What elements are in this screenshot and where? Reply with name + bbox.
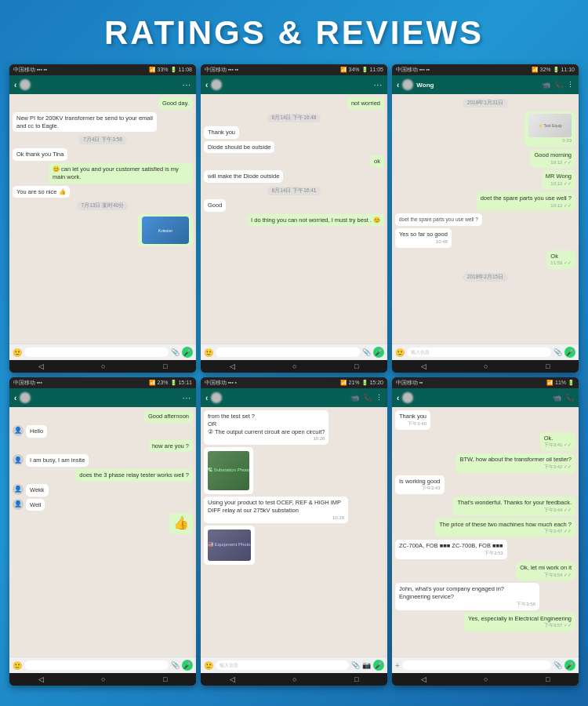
video-call-icon-6[interactable]: 📹 [553,394,561,402]
mic-btn-5[interactable]: 🎤 [373,660,384,671]
attach-icon-6[interactable]: 📎 [554,661,562,669]
back-arrow-4[interactable]: ‹ [14,394,16,402]
input-field-5[interactable]: 输入信息 [216,661,349,670]
nav-recent-4[interactable]: □ [163,675,167,683]
input-field-1[interactable] [24,348,169,357]
nav-back-3[interactable]: ◁ [421,362,426,370]
mic-btn-3[interactable]: 🎤 [564,347,575,358]
msg-2-1: not worried [347,97,384,110]
status-right-3: 📶 32% 🔋 11:10 [532,67,575,73]
attach-icon-5[interactable]: 📎 [351,661,360,669]
emoji-icon-5[interactable]: 🙂 [204,661,213,670]
screen-6: 中国移动 ▪▪ 📶 11% 🔋 ‹ ​ 📹 📞 Thank you 下午3:40… [392,377,579,686]
attach-icon-3[interactable]: 📎 [554,348,562,356]
screen-3: 中国移动 ▪▪▪ ▪▪ 📶 32% 🔋 11:10 ‹ Wong 📹 📞 ⋮ 2… [392,64,579,373]
date-2-2: 8月14日 下午16:41 [267,187,321,195]
nav-home-3[interactable]: ○ [484,362,488,370]
nav-back-6[interactable]: ◁ [421,675,426,683]
call-icon-5[interactable]: 📞 [363,394,372,402]
input-field-6[interactable] [402,661,551,670]
msg-4-4: I am busy, I am insite [26,454,89,467]
msg-2-2: Thank you [204,126,239,139]
menu-dots-3[interactable]: ⋮ [567,81,574,89]
avatar-1 [20,79,31,90]
chat-icons-6: 📹 📞 [553,394,574,402]
status-bar-6: 中国移动 ▪▪ 📶 11% 🔋 [392,377,579,388]
nav-home-2[interactable]: ○ [292,362,296,370]
emoji-icon-2[interactable]: 🙂 [204,348,213,357]
back-arrow-2[interactable]: ‹ [205,81,208,89]
nav-recent-3[interactable]: □ [546,362,550,370]
video-call-icon-5[interactable]: 📹 [350,394,359,402]
person-icon-4-2: 👤 [13,454,24,465]
attach-icon-1[interactable]: 📎 [171,348,180,356]
msg-5-2: Using your product to test OCEF, REF & H… [204,497,348,523]
attach-icon-4[interactable]: 📎 [171,661,180,669]
status-right-4: 📶 23% 🔋 15:11 [149,380,192,386]
chat-body-3: 2018年1月31日 ⚡ Test Equip 0:33 Good mornin… [392,94,579,344]
msg-3-5: Yes so far so good 10:48 [395,228,452,248]
screenshots-grid: 中国移动 ▪▪▪ ▪▪ 📶 33% 🔋 11:08 ‹ ​ ··· Good d… [0,60,588,695]
back-arrow-3[interactable]: ‹ [397,81,399,89]
nav-back-2[interactable]: ◁ [230,362,235,370]
chat-body-4: Good afternoon 👤 Hello how are you ? 👤 I… [9,407,196,657]
avatar-6 [402,392,413,403]
mic-btn-4[interactable]: 🎤 [182,660,193,671]
emoji-icon-4[interactable]: 🙂 [13,661,22,670]
msg-2-4: ok [370,155,384,168]
plus-icon-6[interactable]: + [395,661,400,670]
emoji-icon-3[interactable]: 🙂 [395,348,405,357]
nav-recent-1[interactable]: □ [163,362,167,370]
msg-3-1: Good morning 10:12 ✓✓ [530,149,575,169]
call-icon-6[interactable]: 📞 [565,394,574,402]
input-field-2[interactable] [216,348,360,357]
mic-btn-2[interactable]: 🎤 [373,347,384,358]
nav-home-4[interactable]: ○ [101,675,105,683]
input-field-3[interactable]: 输入信息 [407,348,551,357]
nav-back-1[interactable]: ◁ [38,362,44,370]
msg-2-7: I do thing you can not worried, I must t… [247,214,384,227]
menu-dots-4[interactable]: ··· [183,394,191,402]
screen-4: 中国移动 ▪▪▪ 📶 23% 🔋 15:11 ‹ ​ ··· Good afte… [9,377,196,686]
msg-6-7: ZC-700A, FOB ■■■ ZC-700B, FOB ■■■ 下午3:53 [395,540,507,559]
back-arrow-6[interactable]: ‹ [397,394,399,402]
nav-recent-5[interactable]: □ [354,675,358,683]
date-2-1: 8月14日 下午16:48 [267,114,321,122]
nav-back-4[interactable]: ◁ [38,675,44,683]
nav-home-5[interactable]: ○ [292,675,296,683]
carrier-1: 中国移动 ▪▪▪ ▪▪ [13,67,47,74]
video-call-icon[interactable]: 📹 [542,81,550,89]
msg-1-5: You are so nice 👍 [13,186,70,198]
nav-bar-1: ◁ ○ □ [9,360,196,373]
nav-back-5[interactable]: ◁ [230,675,235,683]
status-right-2: 📶 34% 🔋 11:05 [340,67,383,73]
input-field-4[interactable] [24,661,169,670]
chat-icons-3: 📹 📞 ⋮ [542,81,574,89]
nav-home-6[interactable]: ○ [484,675,488,683]
nav-recent-2[interactable]: □ [354,362,358,370]
status-bar-3: 中国移动 ▪▪▪ ▪▪ 📶 32% 🔋 11:10 [392,64,579,75]
back-arrow-1[interactable]: ‹ [14,81,16,89]
mic-btn-6[interactable]: 🎤 [564,660,575,671]
msg-4-6: Wekk [26,484,49,497]
msg-3-2: MR Wong 10:12 ✓✓ [542,170,575,190]
person-icon-4-4: 👤 [13,499,24,510]
nav-home-1[interactable]: ○ [101,362,105,370]
msg-6-3: BTW, how about the transformer oil teste… [456,453,575,473]
emoji-icon-1[interactable]: 🙂 [13,348,22,357]
chat-body-5: from the test set ?OR② The output curren… [201,407,387,657]
msg-6-5: That's wonderful. Thanks for your feedba… [453,497,575,516]
menu-dots-2[interactable]: ··· [374,81,383,89]
nav-recent-6[interactable]: □ [546,675,550,683]
chat-body-1: Good day. New PI for 200KV transformer b… [9,94,196,344]
menu-dots-1[interactable]: ··· [183,81,191,89]
nav-bar-2: ◁ ○ □ [201,360,387,373]
screen-2: 中国移动 ▪▪▪ ▪▪ 📶 34% 🔋 11:05 ‹ ​ ··· not wo… [201,64,387,373]
camera-icon-5[interactable]: 📷 [362,661,371,669]
msg-6-10: Yes, especially in Electrical Engineerin… [464,613,575,632]
attach-icon-2[interactable]: 📎 [362,348,371,356]
mic-btn-1[interactable]: 🎤 [182,347,193,358]
call-icon[interactable]: 📞 [554,81,563,89]
menu-dots-5[interactable]: ⋮ [376,394,383,402]
back-arrow-5[interactable]: ‹ [205,394,208,402]
